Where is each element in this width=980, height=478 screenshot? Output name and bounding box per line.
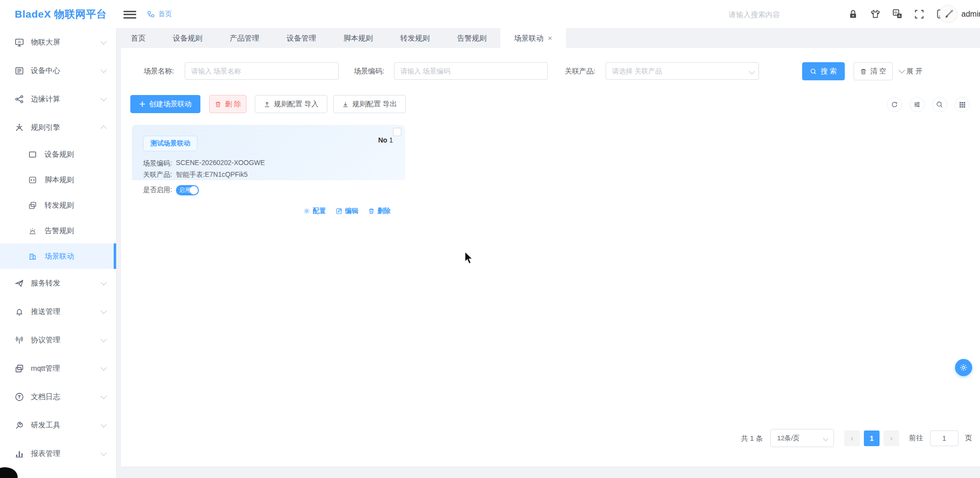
prev-page-button[interactable]: ‹ [844,430,860,446]
search-icon[interactable] [932,97,947,112]
sidebar-item-device-center[interactable]: 设备中心 [0,56,116,85]
create-scene-button[interactable]: 创建场景联动 [130,95,200,113]
trash-icon [215,101,221,108]
iot-screen-icon: AI [15,37,24,47]
search-button[interactable]: 搜 索 [802,62,845,80]
breadcrumb[interactable]: 首页 [147,0,172,28]
delete-link[interactable]: 删除 [368,207,391,215]
sidebar-item-label: 边缘计算 [31,95,60,104]
sidebar-item-alarm-rule[interactable]: 告警规则 [0,218,116,243]
script-rule-icon [28,175,38,185]
push-manage-icon [15,307,24,316]
menu-collapse-icon[interactable] [123,9,136,20]
sidebar-item-service-forward[interactable]: 服务转发 [0,269,116,297]
chevron-down-icon [100,393,106,399]
scene-checkbox[interactable] [393,128,401,136]
scene-code-input[interactable] [394,62,548,80]
sidebar-item-edge-computing[interactable]: 边缘计算 [0,85,116,113]
sidebar-item-device-rule[interactable]: 设备规则 [0,142,116,167]
page-1-button[interactable]: 1 [864,430,880,446]
sidebar-item-script-rule[interactable]: 脚本规则 [0,167,116,192]
sidebar-item-scene-linkage[interactable]: 场景联动 [0,243,116,269]
sidebar-item-doc-log[interactable]: 文档日志 [0,382,116,411]
language-icon[interactable]: 中A [892,9,903,20]
product-select-input[interactable] [606,62,759,80]
goto-page-input[interactable] [930,430,958,446]
scene-name-label: 场景名称: [144,62,174,80]
fullscreen-icon[interactable] [914,9,925,20]
chevron-down-icon [100,95,106,101]
config-link[interactable]: 配置 [303,207,326,215]
doc-log-icon [15,392,24,402]
chevron-down-icon [899,67,905,73]
tab-home[interactable]: 首页 [117,28,159,48]
expand-button[interactable]: 展 开 [900,62,923,80]
filter-icon[interactable] [909,97,925,112]
close-icon[interactable]: × [548,34,552,42]
chevron-down-icon [100,450,106,455]
global-search-input[interactable] [729,7,836,22]
sidebar-item-label: 设备中心 [31,66,60,75]
svg-text:A: A [898,14,901,18]
sidebar-item-protocol-manage[interactable]: A 协议管理 [0,326,116,354]
next-page-button[interactable]: › [883,430,899,446]
enable-toggle[interactable]: 启用 [176,185,199,195]
edit-link[interactable]: 编辑 [336,207,358,215]
scene-code-label: 场景编码: [354,62,384,80]
edit-icon [336,208,343,215]
tab-script-rule[interactable]: 脚本规则 [330,28,387,48]
scene-card[interactable]: 测试场景联动 No 1 场景编码: SCENE-20260202-XOOGWE … [132,125,405,222]
tab-alarm-rule[interactable]: 告警规则 [443,28,500,48]
edge-computing-icon [15,94,24,104]
rule-export-button[interactable]: 规则配置 导出 [333,95,406,113]
sidebar-item-mqtt-manage[interactable]: mqtt管理 [0,354,116,382]
theme-shirt-icon[interactable] [870,9,881,20]
scene-title-badge[interactable]: 测试场景联动 [143,136,197,151]
content-panel: 场景名称: 场景编码: 关联产品: 搜 索 清 空 展 开 创建场景联动 删 [121,48,980,466]
scene-linkage-icon [28,251,38,261]
chevron-down-icon [100,421,106,427]
tab-scene-linkage[interactable]: 场景联动 × [500,28,566,48]
tab-device-rule[interactable]: 设备规则 [159,28,216,48]
sidebar-item-label: 转发规则 [45,201,74,210]
chevron-down-icon [100,308,106,313]
sidebar-item-label: 推送管理 [31,307,60,316]
clear-button[interactable]: 清 空 [854,62,893,80]
scene-name-input[interactable] [185,62,339,80]
page-size-select[interactable]: 12条/页 [770,429,834,447]
sidebar-item-label: 设备规则 [45,150,74,159]
sidebar-item-rule-engine[interactable]: 规则引擎 [0,113,116,142]
sidebar-item-label: 报表管理 [31,449,60,458]
chevron-down-icon [100,38,106,44]
scene-card-actions: 配置 编辑 删除 [132,200,405,222]
lock-icon[interactable] [848,9,858,20]
sidebar-item-forward-rule[interactable]: 转发规则 [0,192,116,218]
tab-product-manage[interactable]: 产品管理 [216,28,273,48]
refresh-icon[interactable] [887,97,902,112]
product-select[interactable] [606,62,759,80]
chevron-down-icon [100,279,106,285]
scene-card-header: 测试场景联动 No 1 场景编码: SCENE-20260202-XOOGWE … [132,125,405,180]
sidebar-item-iot-screen[interactable]: AI 物联大屏 [0,28,116,56]
username-label[interactable]: admin [961,0,980,28]
user-avatar[interactable] [939,5,957,23]
sidebar-item-label: mqtt管理 [31,364,60,373]
settings-fab[interactable] [955,359,972,376]
sidebar-item-push-manage[interactable]: 推送管理 [0,297,116,326]
tab-device-manage[interactable]: 设备管理 [273,28,330,48]
scene-code-value: SCENE-20260202-XOOGWE [176,159,265,168]
delete-button[interactable]: 删 除 [209,95,246,113]
tab-forward-rule[interactable]: 转发规则 [387,28,443,48]
toggle-knob [190,186,198,194]
header-icons: 中A [848,0,947,28]
sidebar-item-report-manage[interactable]: 报表管理 [0,439,116,468]
svg-text:A: A [19,337,21,340]
grid-icon[interactable] [955,97,970,112]
sidebar-item-dev-tools[interactable]: 研发工具 [0,411,116,439]
rule-import-button[interactable]: 规则配置 导入 [255,95,327,113]
top-header: BladeX 物联网平台 首页 中A [0,0,980,28]
sidebar-item-label: 文档日志 [31,392,60,402]
scene-enabled-row: 是否启用: 启用 [132,180,405,200]
breadcrumb-home[interactable]: 首页 [158,10,172,19]
download-icon [342,101,349,108]
